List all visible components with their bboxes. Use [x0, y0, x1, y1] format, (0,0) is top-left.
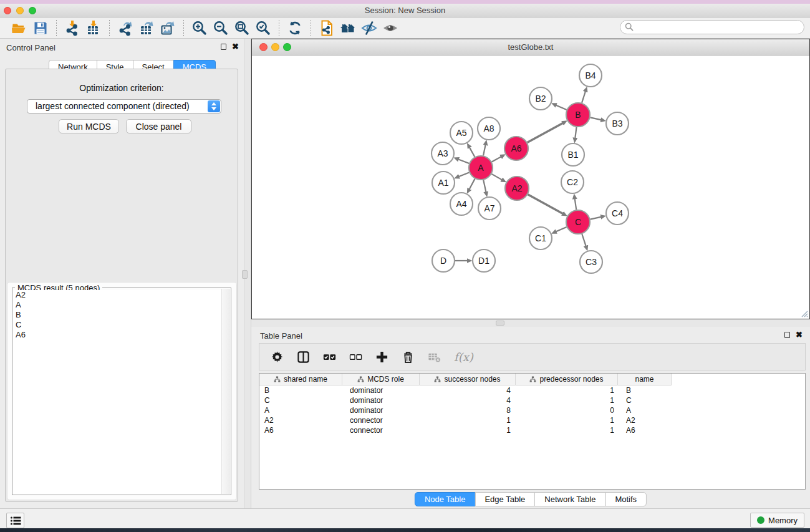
edge-A-A5[interactable]	[470, 148, 475, 157]
column-header-MCDS-role[interactable]: MCDS role	[342, 374, 420, 385]
canvas-resize-handle-icon[interactable]	[802, 311, 808, 317]
export-table-button[interactable]	[136, 19, 157, 37]
edge-B-B2[interactable]	[556, 105, 567, 110]
node-C2[interactable]: C2	[561, 171, 584, 193]
horizontal-splitter-handle[interactable]	[496, 321, 504, 326]
add-column-button[interactable]	[375, 351, 388, 364]
node-C4[interactable]: C4	[606, 202, 629, 225]
result-list-scrollbar[interactable]	[221, 289, 230, 494]
table-settings-button[interactable]	[271, 351, 284, 364]
node-C3[interactable]: C3	[580, 251, 602, 273]
table-row[interactable]: A6connector11A6	[259, 425, 805, 435]
node-table[interactable]: shared nameMCDS rolesuccessor nodesprede…	[259, 373, 806, 490]
horizontal-splitter[interactable]	[251, 319, 810, 327]
node-A1[interactable]: A1	[432, 172, 455, 194]
show-all-button[interactable]	[380, 19, 401, 37]
column-header-name[interactable]: name	[618, 374, 672, 385]
network-window-titlebar[interactable]: testGlobe.txt	[252, 39, 809, 56]
node-B[interactable]: B	[566, 103, 590, 127]
result-list-item[interactable]: C	[13, 320, 221, 330]
import-network-button[interactable]	[62, 19, 83, 37]
optimization-criterion-dropdown[interactable]: largest connected component (directed)	[27, 99, 221, 114]
result-list-item[interactable]: A2	[13, 290, 221, 300]
close-panel-button[interactable]: Close panel	[126, 119, 191, 133]
edge-A-A7[interactable]	[483, 180, 486, 192]
node-B2[interactable]: B2	[529, 87, 552, 110]
node-C[interactable]: C	[566, 210, 590, 234]
result-list-item[interactable]: B	[13, 310, 221, 320]
home-button[interactable]	[337, 19, 359, 37]
table-row[interactable]: A2connector11A2	[259, 415, 805, 425]
float-panel-icon[interactable]	[221, 44, 226, 50]
zoom-selected-button[interactable]	[253, 19, 274, 37]
vertical-splitter[interactable]	[244, 39, 251, 508]
column-header-predecessor-nodes[interactable]: predecessor nodes	[516, 374, 618, 385]
node-A5[interactable]: A5	[450, 122, 473, 144]
deselect-all-button[interactable]	[349, 351, 362, 364]
table-row[interactable]: Cdominator41C	[259, 395, 805, 405]
graph-nodes[interactable]: B4B2BB3B1A5A8A6A3AA1A2A4A7C2CC4C1C3DD1	[432, 64, 629, 273]
table-close-panel-icon[interactable]: ✖	[796, 331, 803, 339]
refresh-button[interactable]	[284, 19, 306, 37]
edge-C-C2[interactable]	[575, 199, 576, 210]
tab-node-table[interactable]: Node Table	[415, 492, 476, 506]
edge-C-C4[interactable]	[591, 217, 601, 220]
edge-A-A1[interactable]	[459, 172, 469, 177]
node-C1[interactable]: C1	[529, 227, 552, 249]
open-session-button[interactable]	[9, 19, 30, 37]
node-A8[interactable]: A8	[478, 117, 500, 140]
column-header-successor-nodes[interactable]: successor nodes	[420, 374, 516, 385]
edge-A-A2[interactable]	[491, 174, 501, 180]
tab-motifs[interactable]: Motifs	[605, 492, 647, 506]
zoom-fit-button[interactable]	[231, 19, 253, 37]
node-A[interactable]: A	[469, 156, 493, 180]
edge-B-B3[interactable]	[591, 117, 601, 120]
node-A4[interactable]: A4	[450, 193, 473, 215]
task-history-button[interactable]	[6, 513, 24, 528]
function-builder-button[interactable]: f(x)	[454, 351, 473, 364]
dropdown-stepper-icon[interactable]	[208, 100, 220, 112]
edge-A6-B[interactable]	[528, 123, 563, 142]
run-mcds-button[interactable]: Run MCDS	[59, 119, 119, 133]
node-D[interactable]: D	[432, 249, 455, 272]
edge-A-A8[interactable]	[483, 145, 486, 155]
hide-selected-button[interactable]	[359, 19, 380, 37]
select-all-button[interactable]	[323, 351, 336, 364]
node-A6[interactable]: A6	[504, 137, 528, 160]
export-network-button[interactable]	[115, 19, 136, 37]
tab-network-table[interactable]: Network Table	[534, 492, 605, 506]
open-network-file-button[interactable]	[316, 19, 337, 37]
close-panel-icon[interactable]: ✖	[232, 43, 239, 51]
edge-C-C1[interactable]	[556, 227, 567, 231]
zoom-out-button[interactable]	[210, 19, 231, 37]
tab-edge-table[interactable]: Edge Table	[475, 492, 535, 506]
column-visibility-button[interactable]	[297, 351, 310, 364]
network-canvas[interactable]: B4B2BB3B1A5A8A6A3AA1A2A4A7C2CC4C1C3DD1	[252, 56, 809, 319]
edge-A2-C[interactable]	[528, 195, 563, 214]
edge-A-A3[interactable]	[458, 160, 469, 163]
node-B1[interactable]: B1	[562, 143, 584, 166]
table-row[interactable]: Bdominator41B	[259, 385, 805, 395]
delete-column-button[interactable]	[402, 351, 415, 364]
export-image-button[interactable]	[157, 19, 178, 37]
column-header-shared-name[interactable]: shared name	[259, 374, 342, 385]
edge-A-A6[interactable]	[492, 157, 501, 162]
edge-A-A4[interactable]	[470, 179, 475, 190]
result-list-item[interactable]: A	[13, 300, 221, 310]
search-input[interactable]	[620, 20, 804, 34]
table-float-panel-icon[interactable]	[784, 332, 790, 338]
node-A3[interactable]: A3	[432, 142, 454, 165]
zoom-in-button[interactable]	[189, 19, 210, 37]
vertical-splitter-handle[interactable]	[242, 270, 248, 279]
node-A7[interactable]: A7	[478, 197, 501, 220]
edge-C-C3[interactable]	[582, 234, 586, 246]
node-A2[interactable]: A2	[505, 177, 529, 200]
edge-B-B1[interactable]	[575, 127, 576, 138]
table-row[interactable]: Adominator80A	[259, 405, 805, 415]
edge-B-B4[interactable]	[582, 92, 586, 103]
delete-table-button[interactable]	[428, 351, 441, 364]
memory-button[interactable]: Memory	[750, 513, 804, 528]
node-D1[interactable]: D1	[473, 249, 495, 272]
node-B4[interactable]: B4	[579, 64, 602, 87]
save-session-button[interactable]	[30, 19, 51, 37]
